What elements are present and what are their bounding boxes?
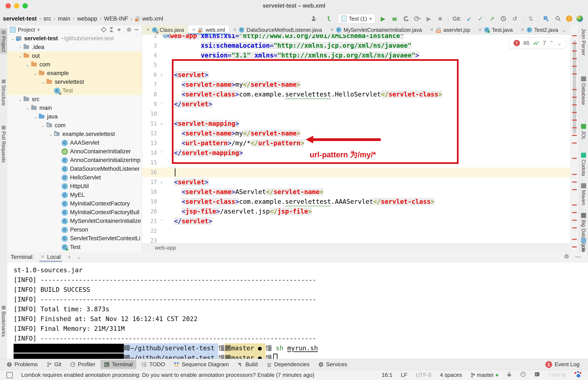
- close-icon[interactable]: ✕: [430, 27, 433, 33]
- code-line-8[interactable]: 8 <servlet-class>com.example.servelettes…: [142, 90, 570, 99]
- git-commit-icon[interactable]: ✓: [477, 15, 484, 22]
- tool-window-button-build[interactable]: Build: [234, 360, 261, 369]
- tree-item-servelet-test[interactable]: ⌄servelet-test~/github/servelet-test: [7, 34, 142, 43]
- error-stripe-mark[interactable]: [572, 158, 577, 159]
- code-line-14[interactable]: 14^ </servlet-mapping>: [142, 148, 570, 158]
- tree-item-test[interactable]: CTest: [7, 86, 142, 95]
- terminal-settings-icon[interactable]: [564, 253, 569, 261]
- error-stripe-mark[interactable]: [572, 35, 577, 36]
- error-stripe-mark[interactable]: [572, 204, 577, 206]
- tree-item-example-servelettest[interactable]: ⌄example.servelettest: [7, 130, 142, 138]
- fold-marker[interactable]: ^: [157, 150, 166, 155]
- git-branch-widget[interactable]: master: [470, 372, 498, 378]
- breadcrumb-item[interactable]: webapp: [77, 16, 97, 22]
- chevron-expanded-icon[interactable]: ⌄: [25, 62, 31, 67]
- terminal-tab-local[interactable]: ✕ Local: [39, 252, 62, 262]
- breadcrumb[interactable]: servelet-test›src›main›webapp›WEB-INF›we…: [0, 16, 163, 22]
- tree-item-myservletcontainerinitialize[interactable]: CMyServletContainerInitialize: [7, 217, 142, 226]
- tree-item-aaaservlet[interactable]: CAAAServlet: [7, 138, 142, 147]
- tool-strip-item-structure[interactable]: Structure: [0, 79, 7, 106]
- code-line-16[interactable]: 16: [142, 168, 570, 177]
- editor-tab-test-java[interactable]: ✕CTest.java: [474, 25, 517, 34]
- close-icon[interactable]: ✕: [521, 27, 524, 33]
- close-icon[interactable]: ✕: [478, 27, 482, 33]
- chevron-down-icon[interactable]: ⌄: [77, 254, 82, 260]
- error-stripe-mark[interactable]: [572, 89, 577, 90]
- tree-item-com[interactable]: ⌄com: [7, 60, 142, 69]
- tree-item-annocontainerinitializerimp[interactable]: CAnnoContainerInitializerImp: [7, 156, 142, 165]
- tool-window-button-git[interactable]: Git: [43, 360, 65, 369]
- fold-marker[interactable]: –: [157, 34, 166, 38]
- hidden-tabs-icon[interactable]: ⌄: [562, 27, 566, 33]
- tool-window-button-dependencies[interactable]: Dependencies: [263, 360, 313, 369]
- tree-item-com[interactable]: ⌄com: [7, 121, 142, 130]
- run-button[interactable]: ▶: [379, 15, 387, 22]
- tool-strip-item-database[interactable]: Database: [579, 76, 588, 105]
- minimize-panel-icon[interactable]: —: [575, 253, 581, 261]
- expand-all-icon[interactable]: [109, 27, 114, 32]
- error-stripe-mark[interactable]: [572, 212, 577, 213]
- fold-marker[interactable]: v: [157, 121, 166, 126]
- git-update-icon[interactable]: ↙: [465, 15, 473, 22]
- caret-position[interactable]: 16:1: [382, 372, 392, 378]
- locate-file-icon[interactable]: [101, 27, 106, 32]
- fold-marker[interactable]: ^: [157, 219, 166, 224]
- tree-item-myel[interactable]: CMyEL: [7, 191, 142, 199]
- code-line-4[interactable]: 4 version="3.1" xmlns="http://xmlns.jcp.…: [142, 51, 570, 60]
- error-stripe-mark[interactable]: [572, 58, 577, 59]
- fold-marker[interactable]: v: [157, 72, 166, 77]
- close-icon[interactable]: ✕: [192, 27, 196, 33]
- tree-item-annocontainerinitializer[interactable]: @AnnoContainerInitializer: [7, 147, 142, 156]
- error-stripe-mark[interactable]: [572, 143, 577, 144]
- line-ending[interactable]: LF: [401, 372, 407, 378]
- error-stripe-mark[interactable]: [572, 51, 577, 52]
- tree-item-src[interactable]: ⌄src: [7, 95, 142, 104]
- tool-strip-item-project[interactable]: Project: [0, 28, 7, 54]
- coverage-button[interactable]: [402, 15, 410, 22]
- code-line-7[interactable]: 7 <servlet-name>my</servlet-name>: [142, 80, 570, 90]
- tree-item-test[interactable]: CTest: [7, 243, 142, 251]
- tool-window-button-profiler[interactable]: Profiler: [66, 360, 99, 369]
- editor-tab-class-java[interactable]: ✕CClass.java: [142, 25, 188, 34]
- tree-item-example[interactable]: ⌄example: [7, 69, 142, 78]
- tool-window-button-services[interactable]: Services: [314, 360, 351, 369]
- code-line-13[interactable]: 13 <url-pattern>/my/*</url-pattern>: [142, 138, 570, 148]
- run-configuration-select[interactable]: Test (1) ▾: [338, 14, 375, 23]
- breadcrumb-item[interactable]: web.xml: [142, 16, 163, 22]
- lock-icon[interactable]: [507, 372, 512, 379]
- tree-item-servlettestservletcontextli[interactable]: CServletTestServletContextLi: [7, 234, 142, 243]
- chevron-collapsed-icon[interactable]: ›: [17, 44, 23, 50]
- tool-window-button-problems[interactable]: Problems: [3, 360, 41, 369]
- breadcrumb-item[interactable]: WEB-INF: [104, 16, 128, 22]
- error-stripe-mark[interactable]: [572, 247, 577, 247]
- tool-window-toggle-icon[interactable]: [6, 372, 13, 378]
- breadcrumb-item[interactable]: servelet-test: [3, 16, 37, 22]
- inspection-widget[interactable]: ! 46 ✓✓ 7 ⌃ ⌄: [509, 37, 566, 49]
- error-stripe-mark[interactable]: [572, 112, 577, 113]
- new-terminal-button[interactable]: +: [67, 253, 71, 261]
- tool-window-button-todo[interactable]: TODO: [138, 360, 169, 369]
- git-push-icon[interactable]: ↗: [488, 15, 495, 22]
- chevron-expanded-icon[interactable]: ⌄: [40, 79, 46, 85]
- error-stripe-mark[interactable]: [572, 66, 577, 67]
- error-stripe-scrollbar[interactable]: [570, 25, 579, 252]
- tree-item-java[interactable]: ⌄java: [7, 112, 142, 121]
- error-stripe-mark[interactable]: [572, 174, 577, 175]
- code-line-10[interactable]: 10: [142, 109, 570, 119]
- error-stripe-mark[interactable]: [572, 227, 577, 228]
- prev-problem-icon[interactable]: ⌃: [549, 40, 554, 47]
- chevron-down-icon[interactable]: ▾: [37, 26, 40, 33]
- tool-strip-item-bookmarks[interactable]: Bookmarks: [0, 303, 7, 339]
- tree-item-main[interactable]: ⌄main: [7, 104, 142, 112]
- tree-item-out[interactable]: ⌄out: [7, 52, 142, 60]
- search-icon[interactable]: [554, 15, 562, 22]
- code-line-15[interactable]: 15: [142, 158, 570, 168]
- hide-panel-icon[interactable]: [134, 27, 139, 32]
- tool-strip-item-json-parser[interactable]: Json Parser: [579, 28, 588, 56]
- chevron-expanded-icon[interactable]: ⌄: [32, 114, 39, 120]
- fold-marker[interactable]: ^: [157, 102, 166, 107]
- tree-item-helloservlet[interactable]: CHelloServlet: [7, 173, 142, 182]
- error-stripe-mark[interactable]: [572, 97, 577, 98]
- back-arrow-icon[interactable]: [326, 15, 334, 22]
- tool-window-button-terminal[interactable]: Terminal: [100, 360, 136, 369]
